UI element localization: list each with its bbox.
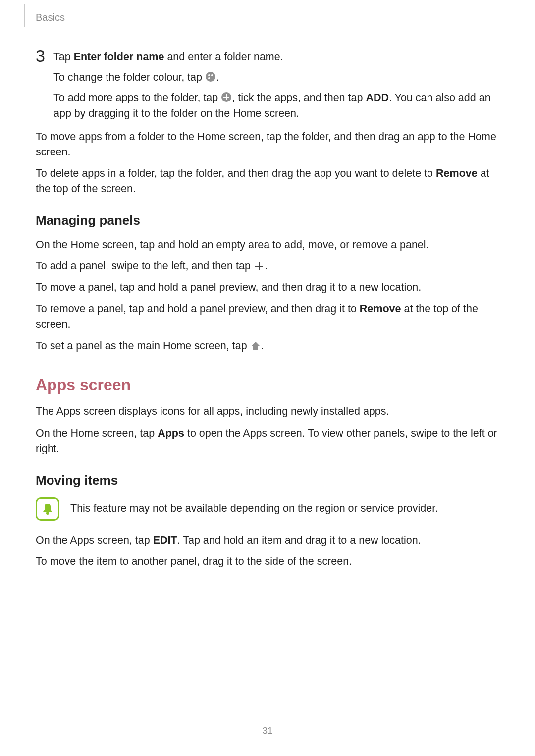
folder-delete-para: To delete apps in a folder, tap the fold… — [36, 166, 499, 197]
text: To add a panel, swipe to the left, and t… — [36, 260, 254, 272]
bold-text: Enter folder name — [74, 51, 164, 63]
text: . — [265, 260, 268, 272]
step-body: Tap Enter folder name and enter a folder… — [54, 50, 499, 126]
add-circle-icon — [221, 92, 232, 102]
step3-line2: To change the folder colour, tap . — [54, 70, 499, 85]
text: . Tap and hold an item and drag it to a … — [177, 534, 421, 546]
step-3: 3 Tap Enter folder name and enter a fold… — [36, 50, 499, 126]
plus-icon — [254, 261, 265, 272]
heading-managing-panels: Managing panels — [36, 211, 499, 230]
svg-rect-8 — [255, 266, 263, 267]
step-number: 3 — [36, 48, 54, 65]
heading-apps-screen: Apps screen — [36, 373, 499, 396]
note-row: This feature may not be available depend… — [36, 497, 499, 521]
text: To add more apps to the folder, tap — [54, 92, 221, 103]
bold-text: EDIT — [153, 534, 177, 546]
svg-marker-9 — [252, 342, 260, 350]
text: To remove a panel, tap and hold a panel … — [36, 303, 360, 315]
folder-paragraphs: To move apps from a folder to the Home s… — [36, 129, 499, 197]
mp-p3: To move a panel, tap and hold a panel pr… — [36, 280, 499, 295]
as-p1: The Apps screen displays icons for all a… — [36, 404, 499, 419]
mi-p2: To move the item to another panel, drag … — [36, 554, 499, 569]
step3-line3: To add more apps to the folder, tap , ti… — [54, 90, 499, 121]
mp-p2: To add a panel, swipe to the left, and t… — [36, 258, 499, 274]
page-number: 31 — [0, 725, 535, 736]
bold-text: Remove — [360, 303, 401, 315]
svg-point-2 — [211, 74, 213, 76]
note-text: This feature may not be available depend… — [70, 501, 438, 516]
text: . — [261, 340, 264, 352]
svg-point-1 — [208, 74, 210, 76]
page-content: 3 Tap Enter folder name and enter a fold… — [36, 50, 499, 569]
bold-text: ADD — [366, 92, 389, 103]
palette-icon — [205, 71, 216, 82]
text: , tick the apps, and then tap — [232, 92, 366, 103]
bold-text: Apps — [158, 427, 184, 439]
home-icon — [250, 340, 261, 351]
chapter-label: Basics — [36, 12, 65, 23]
svg-point-0 — [206, 72, 215, 82]
folder-move-para: To move apps from a folder to the Home s… — [36, 129, 499, 160]
text: Tap — [54, 51, 74, 63]
note-icon — [36, 497, 59, 521]
mp-p4: To remove a panel, tap and hold a panel … — [36, 302, 499, 332]
mp-p1: On the Home screen, tap and hold an empt… — [36, 237, 499, 252]
as-p2: On the Home screen, tap Apps to open the… — [36, 426, 499, 456]
heading-moving-items: Moving items — [36, 471, 499, 490]
chapter-rule — [24, 4, 25, 27]
step3-line1: Tap Enter folder name and enter a folder… — [54, 50, 499, 65]
text: On the Apps screen, tap — [36, 534, 153, 546]
mp-p5: To set a panel as the main Home screen, … — [36, 338, 499, 353]
text: On the Home screen, tap — [36, 427, 158, 439]
manual-page: Basics 3 Tap Enter folder name and enter… — [0, 0, 535, 756]
text: To set a panel as the main Home screen, … — [36, 340, 250, 352]
svg-point-3 — [208, 77, 210, 79]
text: To change the folder colour, tap — [54, 71, 205, 83]
text: To delete apps in a folder, tap the fold… — [36, 167, 436, 179]
mi-p1: On the Apps screen, tap EDIT. Tap and ho… — [36, 533, 499, 548]
text: . — [216, 71, 219, 83]
text: and enter a folder name. — [164, 51, 283, 63]
svg-rect-6 — [223, 97, 229, 98]
bell-icon — [40, 502, 55, 516]
svg-point-10 — [46, 512, 49, 515]
bold-text: Remove — [436, 167, 478, 179]
